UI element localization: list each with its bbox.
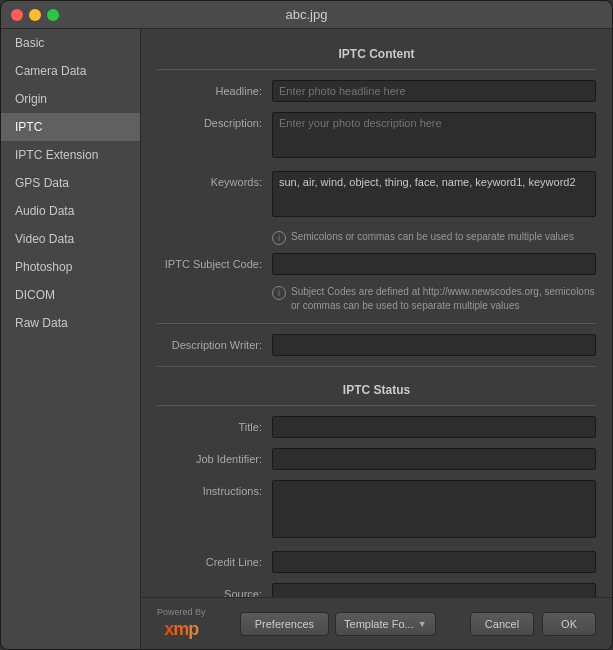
main-window: abc.jpg Basic Camera Data Origin IPTC IP… (0, 0, 613, 650)
xmp-branding: Powered By xmp (157, 607, 206, 640)
headline-input[interactable] (272, 80, 596, 102)
job-identifier-input[interactable] (272, 448, 596, 470)
iptc-content-header: IPTC Content (157, 41, 596, 70)
close-button[interactable] (11, 9, 23, 21)
subject-code-input[interactable] (272, 253, 596, 275)
sidebar-item-camera-data[interactable]: Camera Data (1, 57, 140, 85)
cancel-button[interactable]: Cancel (470, 612, 534, 636)
subject-code-note: i Subject Codes are defined at http://ww… (157, 285, 596, 313)
sidebar-item-video-data[interactable]: Video Data (1, 225, 140, 253)
title-row: Title: (157, 416, 596, 438)
sidebar-item-origin[interactable]: Origin (1, 85, 140, 113)
ok-button[interactable]: OK (542, 612, 596, 636)
source-row: Source: (157, 583, 596, 597)
source-input[interactable] (272, 583, 596, 597)
instructions-control (272, 480, 596, 541)
keywords-note: i Semicolons or commas can be used to se… (157, 230, 596, 245)
instructions-input[interactable] (272, 480, 596, 538)
subject-code-row: IPTC Subject Code: (157, 253, 596, 275)
headline-control (272, 80, 596, 102)
credit-line-label: Credit Line: (157, 551, 272, 568)
keywords-control (272, 171, 596, 220)
description-writer-label: Description Writer: (157, 334, 272, 351)
bottom-bar: Powered By xmp Preferences Template Fo..… (141, 597, 612, 649)
subject-code-control (272, 253, 596, 275)
bottom-center-controls: Preferences Template Fo... ▼ (240, 612, 436, 636)
sidebar-item-photoshop[interactable]: Photoshop (1, 253, 140, 281)
source-label: Source: (157, 583, 272, 597)
right-panel: IPTC Content Headline: Description: (141, 29, 612, 649)
headline-label: Headline: (157, 80, 272, 97)
description-writer-row: Description Writer: (157, 334, 596, 356)
sidebar-item-iptc[interactable]: IPTC (1, 113, 140, 141)
main-content: Basic Camera Data Origin IPTC IPTC Exten… (1, 29, 612, 649)
bottom-right-controls: Cancel OK (470, 612, 596, 636)
description-writer-input[interactable] (272, 334, 596, 356)
sidebar: Basic Camera Data Origin IPTC IPTC Exten… (1, 29, 141, 649)
sidebar-item-audio-data[interactable]: Audio Data (1, 197, 140, 225)
sidebar-item-dicom[interactable]: DICOM (1, 281, 140, 309)
description-label: Description: (157, 112, 272, 129)
template-dropdown[interactable]: Template Fo... ▼ (335, 612, 436, 636)
job-identifier-label: Job Identifier: (157, 448, 272, 465)
instructions-label: Instructions: (157, 480, 272, 497)
iptc-status-header: IPTC Status (157, 377, 596, 406)
keywords-input[interactable] (272, 171, 596, 217)
sidebar-item-basic[interactable]: Basic (1, 29, 140, 57)
subject-info-icon: i (272, 286, 286, 300)
minimize-button[interactable] (29, 9, 41, 21)
description-control (272, 112, 596, 161)
sidebar-item-raw-data[interactable]: Raw Data (1, 309, 140, 337)
window-controls (11, 9, 59, 21)
sidebar-item-iptc-extension[interactable]: IPTC Extension (1, 141, 140, 169)
form-area: IPTC Content Headline: Description: (141, 29, 612, 597)
headline-row: Headline: (157, 80, 596, 102)
credit-line-control (272, 551, 596, 573)
source-control (272, 583, 596, 597)
keywords-label: Keywords: (157, 171, 272, 188)
titlebar: abc.jpg (1, 1, 612, 29)
description-input[interactable] (272, 112, 596, 158)
credit-line-input[interactable] (272, 551, 596, 573)
xmp-logo: xmp (164, 619, 198, 640)
title-label: Title: (157, 416, 272, 433)
sidebar-item-gps-data[interactable]: GPS Data (1, 169, 140, 197)
template-label: Template Fo... (344, 618, 414, 630)
description-row: Description: (157, 112, 596, 161)
window-title: abc.jpg (286, 7, 328, 22)
keywords-row: Keywords: (157, 171, 596, 220)
keywords-note-text: Semicolons or commas can be used to sepa… (291, 230, 574, 244)
subject-code-note-text: Subject Codes are defined at http://www.… (291, 285, 596, 313)
powered-by-text: Powered By (157, 607, 206, 617)
title-control (272, 416, 596, 438)
info-icon: i (272, 231, 286, 245)
preferences-button[interactable]: Preferences (240, 612, 329, 636)
divider-2 (157, 366, 596, 367)
chevron-down-icon: ▼ (418, 619, 427, 629)
job-identifier-row: Job Identifier: (157, 448, 596, 470)
maximize-button[interactable] (47, 9, 59, 21)
credit-line-row: Credit Line: (157, 551, 596, 573)
title-input[interactable] (272, 416, 596, 438)
divider-1 (157, 323, 596, 324)
subject-code-label: IPTC Subject Code: (157, 253, 272, 270)
job-identifier-control (272, 448, 596, 470)
description-writer-control (272, 334, 596, 356)
instructions-row: Instructions: (157, 480, 596, 541)
